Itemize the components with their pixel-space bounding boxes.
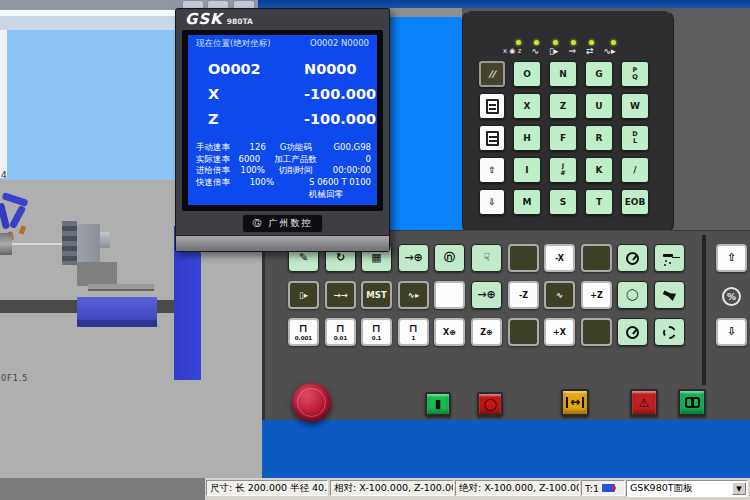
scene-left-strip	[0, 30, 7, 178]
power-on-icon: ▮	[435, 398, 442, 410]
step-1-button[interactable]: ⊓1	[398, 318, 429, 346]
blank-button-4[interactable]	[508, 318, 539, 346]
lathe-chuck-jaws	[62, 221, 77, 265]
tailstock-icon: ↔	[566, 397, 584, 408]
cursor-down-key[interactable]: ⇩	[479, 189, 505, 215]
key-o[interactable]: O	[513, 61, 541, 87]
single-block-button[interactable]: ▯▸	[288, 281, 319, 309]
display-base	[176, 235, 389, 251]
key-t[interactable]: T	[585, 189, 613, 215]
key-z[interactable]: Z	[549, 93, 577, 119]
cursor-up-key[interactable]: ⇧	[479, 157, 505, 183]
gsk-display-window: GSK 980TA 现在位置(绝对坐标) O0002 N0000 O0002 N…	[175, 8, 390, 252]
x-axis-row: X -100.000	[208, 82, 349, 107]
x-label: X	[208, 82, 304, 107]
dry-run-button[interactable]: ∿▸	[398, 281, 429, 309]
offset-key[interactable]	[479, 125, 505, 151]
program-key[interactable]	[479, 93, 505, 119]
power-off-button[interactable]: ◯	[477, 392, 503, 416]
edit-icon: ✎	[299, 252, 308, 264]
control-panel-lower	[262, 420, 750, 478]
eob-key[interactable]: EOB	[621, 189, 649, 215]
single-step-button[interactable]: ⓝ	[434, 244, 465, 272]
key-w[interactable]: W	[621, 93, 649, 119]
indicator-led	[553, 40, 558, 45]
z-origin-button[interactable]: Z⊕	[471, 318, 502, 346]
x-origin-button[interactable]: X⊕	[434, 318, 465, 346]
tailstock-button[interactable]: ↔	[561, 389, 589, 416]
key-j[interactable]: J#	[549, 157, 577, 183]
plus-x-button[interactable]: +X	[544, 318, 575, 346]
coolant-icon	[662, 252, 677, 265]
reset-key[interactable]: //	[479, 61, 505, 87]
spindle-override-button[interactable]	[617, 318, 648, 346]
gsk980t-simulator: 4 0F1.5 x ◉ z∿▯▸⇒⇄∿▸ //ONGPQXZUWHFRDL⇧IJ…	[0, 0, 750, 500]
spindle-button[interactable]: ◯	[617, 281, 648, 309]
chevron-down-icon[interactable]: ▼	[732, 482, 746, 495]
pulse-icon: ⊓	[336, 323, 345, 335]
override-up-button[interactable]: ⇧	[716, 244, 747, 272]
skip-button[interactable]: →→	[325, 281, 356, 309]
override-down-button[interactable]: ⇩	[716, 318, 747, 346]
machine-zero-indicator: x ◉ z	[503, 40, 521, 57]
program-zero-button[interactable]: →⊕	[471, 281, 502, 309]
chuck-button[interactable]	[654, 318, 685, 346]
blank-button-3[interactable]	[434, 281, 465, 309]
info-line: 手动速率126G功能码G00,G98	[188, 142, 377, 154]
emergency-stop-button[interactable]	[292, 383, 331, 422]
key-n[interactable]: N	[549, 61, 577, 87]
guangzhou-cnc-logo: Ⓖ 广州数控	[242, 214, 324, 233]
z-label: Z	[208, 107, 304, 132]
power-on-button[interactable]: ▮	[425, 392, 451, 416]
step-01-button[interactable]: ⊓0.1	[361, 318, 392, 346]
indicator-led	[611, 40, 616, 45]
minus-z-button[interactable]: -Z	[508, 281, 539, 309]
key-x[interactable]: X	[513, 93, 541, 119]
mode-indicator-row: x ◉ z∿▯▸⇒⇄∿▸	[503, 27, 616, 57]
key-slash[interactable]: /	[621, 157, 649, 183]
key-f[interactable]: F	[549, 125, 577, 151]
key-i[interactable]: I	[513, 157, 541, 183]
minus-x-button[interactable]: -X	[544, 244, 575, 272]
key-u[interactable]: U	[585, 93, 613, 119]
key-p-q[interactable]: PQ	[621, 61, 649, 87]
tool-change-button[interactable]	[654, 281, 685, 309]
mdi-keyboard-panel: x ◉ z∿▯▸⇒⇄∿▸ //ONGPQXZUWHFRDL⇧IJ#K/⇩MSTE…	[462, 10, 674, 234]
key-k[interactable]: K	[585, 157, 613, 183]
override-percent-indicator: %	[722, 287, 741, 306]
blank-button-2[interactable]	[581, 244, 612, 272]
carriage-base	[77, 320, 157, 327]
alarm-button[interactable]: ⚠	[630, 389, 658, 416]
key-g[interactable]: G	[585, 61, 613, 87]
pulse-icon: ⊓	[372, 323, 381, 335]
step-001-button[interactable]: ⊓0.01	[325, 318, 356, 346]
key-m[interactable]: M	[513, 189, 541, 215]
auto-icon: ↻	[336, 252, 345, 264]
key-s[interactable]: S	[549, 189, 577, 215]
size-status: 尺寸: 长 200.000 半径 40.00	[206, 480, 328, 496]
hydraulic-button[interactable]	[678, 389, 706, 416]
gsk-logo: GSK	[185, 9, 223, 30]
operation-mode: 机械回零	[188, 188, 377, 200]
info-line: 进给倍率100%切削时间00:00:00	[188, 165, 377, 177]
key-h[interactable]: H	[513, 125, 541, 151]
coolant-button[interactable]	[654, 244, 685, 272]
machine-lock-indicator: ∿▸	[604, 40, 616, 57]
screen-header: 现在位置(绝对坐标) O0002 N0000	[188, 35, 377, 50]
jog-mode-button[interactable]: ☟	[471, 244, 502, 272]
mst-lock-button[interactable]: MST	[361, 281, 392, 309]
blank-button-1[interactable]	[508, 244, 539, 272]
step-0001-button[interactable]: ⊓0.001	[288, 318, 319, 346]
cross-slide	[88, 284, 154, 291]
key-d-l[interactable]: DL	[621, 125, 649, 151]
machine-zero-mode-button[interactable]: →⊕	[398, 244, 429, 272]
blank-button-5[interactable]	[581, 318, 612, 346]
panel-select-dropdown[interactable]: GSK980T面板 ▼	[626, 480, 748, 497]
rapid-override-button[interactable]	[617, 244, 648, 272]
handwheel-button[interactable]: ∿	[544, 281, 575, 309]
plus-z-button[interactable]: +Z	[581, 281, 612, 309]
dry-run-icon: ∿▸	[408, 289, 419, 301]
status-bar: 尺寸: 长 200.000 半径 40.00 相对: X-100.000, Z-…	[0, 478, 750, 500]
key-r[interactable]: R	[585, 125, 613, 151]
zero-icon: →⊕	[404, 252, 422, 264]
